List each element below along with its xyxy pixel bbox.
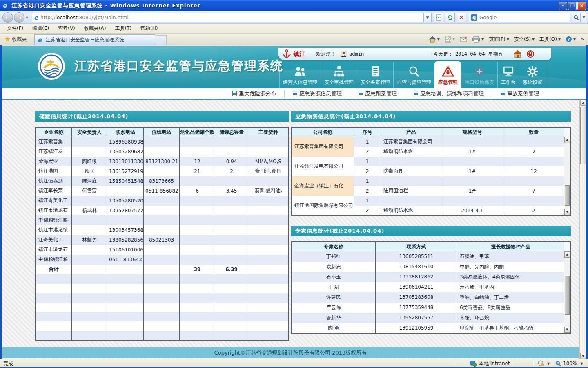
scroll-thumb[interactable] bbox=[565, 185, 570, 206]
product-cell bbox=[381, 176, 441, 186]
scroll-up-button[interactable]: ▲ bbox=[580, 100, 586, 106]
cell bbox=[248, 196, 289, 206]
cell bbox=[248, 321, 289, 331]
nav-port-facility-security[interactable]: 港口设施保安 bbox=[461, 62, 497, 88]
specialty-cell: 石脑油、甲苯 bbox=[457, 251, 564, 262]
close-button[interactable]: × bbox=[577, 2, 586, 10]
subnav-emergency-plans[interactable]: 应急预案管理 bbox=[350, 90, 405, 97]
safety-menu[interactable]: 安全(S)▼ bbox=[512, 35, 536, 44]
subnav-emergency-resources[interactable]: 应急资源信息管理 bbox=[284, 90, 350, 97]
tank-row: 江奇美化工林坚勇1380528285685021303 bbox=[36, 235, 289, 245]
qty-cell bbox=[503, 157, 564, 166]
cell bbox=[107, 303, 144, 312]
protected-mode-button[interactable]: ▼ bbox=[537, 359, 550, 368]
cell bbox=[144, 255, 180, 265]
home-portal-icon[interactable] bbox=[513, 50, 522, 58]
tank-row: 镇江港国顾弘13615272919212食用油,食用 bbox=[36, 166, 289, 176]
stop-button[interactable]: × bbox=[457, 13, 466, 22]
nav-self-inspection[interactable]: 自查与督查管理 bbox=[393, 62, 434, 88]
nav-safety-approval[interactable]: 安全审批管理 bbox=[321, 62, 357, 88]
help-button[interactable]: ? ▼ bbox=[564, 35, 577, 43]
menu-view[interactable]: 查看(V) bbox=[53, 24, 80, 33]
zoom-control[interactable]: 100% ▼ bbox=[555, 359, 583, 368]
users-icon bbox=[294, 66, 306, 77]
print-dropdown[interactable]: ▼ bbox=[481, 38, 484, 41]
address-toolbar: ← → ▼ e http://localhost:8080/yjpt/Main.… bbox=[0, 11, 588, 24]
menu-favorites[interactable]: 收藏夹(A) bbox=[80, 24, 111, 33]
home-button[interactable]: ▼ bbox=[427, 35, 441, 43]
page-menu[interactable]: 页面(P)▼ bbox=[487, 35, 511, 44]
help-dropdown[interactable]: ▼ bbox=[573, 38, 576, 41]
menu-help[interactable]: 帮助(H) bbox=[136, 24, 162, 33]
col-header: 专家名称 bbox=[292, 242, 376, 251]
subnav-training-drills[interactable]: 应急培训、演练和演习管理 bbox=[405, 90, 492, 97]
recent-pages-dropdown[interactable]: ▼ bbox=[26, 16, 28, 20]
cell bbox=[215, 303, 248, 312]
nav-safety-record[interactable]: 安全备案管理 bbox=[357, 62, 393, 88]
svg-text:?: ? bbox=[568, 37, 570, 42]
supplies-table-body: 江苏索普集团有限公司1江苏索普集团有限公司2移动消防水炮1#2江苏镇江发电有限公… bbox=[292, 137, 570, 215]
supplies-scrollbar[interactable]: ▲ ▼ bbox=[564, 137, 570, 215]
scroll-thumb[interactable] bbox=[580, 107, 586, 164]
col-header: 数量 bbox=[503, 128, 564, 137]
experts-scrollbar[interactable]: ▲ ▼ bbox=[564, 251, 570, 333]
menu-tools[interactable]: 工具(T) bbox=[110, 24, 136, 33]
mail-button[interactable] bbox=[458, 36, 469, 43]
feeds-button[interactable]: ▼ bbox=[443, 35, 457, 43]
scroll-up-button[interactable]: ▲ bbox=[564, 137, 570, 143]
scroll-thumb[interactable] bbox=[565, 276, 570, 315]
compatibility-view-button[interactable] bbox=[434, 13, 443, 22]
scroll-down-button[interactable]: ▼ bbox=[564, 209, 570, 215]
cell bbox=[248, 235, 289, 245]
home-dropdown[interactable]: ▼ bbox=[437, 38, 440, 41]
company-name-cell: 镇江港国际集装箱有限公司 bbox=[292, 196, 354, 215]
doc-icon bbox=[232, 91, 237, 96]
search-button[interactable] bbox=[572, 13, 581, 22]
search-box[interactable]: g bbox=[469, 13, 570, 22]
scroll-down-button[interactable]: ▼ bbox=[580, 353, 586, 359]
favorites-button[interactable]: ★ 收藏夹 bbox=[2, 35, 29, 44]
address-dropdown[interactable]: ▼ bbox=[423, 13, 432, 22]
cell bbox=[144, 331, 180, 340]
refresh-button[interactable] bbox=[445, 13, 455, 22]
scroll-up-button[interactable]: ▲ bbox=[564, 251, 570, 258]
nav-emergency-management[interactable]: 应急管理 bbox=[434, 61, 461, 88]
feeds-dropdown[interactable]: ▼ bbox=[452, 38, 455, 41]
ie-logo-icon: e bbox=[2, 2, 9, 9]
page-scrollbar[interactable]: ▲ ▼ bbox=[579, 100, 586, 359]
tools-menu[interactable]: 工具(O)▼ bbox=[538, 35, 562, 44]
scroll-down-button[interactable]: ▼ bbox=[564, 327, 570, 333]
new-tab-button[interactable] bbox=[156, 35, 167, 45]
menu-file[interactable]: 文件(F) bbox=[2, 24, 28, 33]
experts-title: 专家信息统计(截止2014.04.04) bbox=[291, 226, 571, 236]
subnav-accident-cases[interactable]: 事故案例管理 bbox=[492, 90, 547, 97]
cell: 陈炳庭 bbox=[72, 176, 107, 186]
address-input[interactable]: e http://localhost:8080/yjpt/Main.html bbox=[32, 13, 423, 22]
product-cell: 移动消防水炮 bbox=[381, 147, 441, 157]
nav-operator-info[interactable]: 经营人信息管理 bbox=[279, 62, 321, 88]
nav-system-settings[interactable]: 系统设置 bbox=[519, 62, 546, 88]
expert-row: 丁邦红13605285511石脑油、甲苯 bbox=[292, 251, 570, 262]
search-input[interactable] bbox=[479, 15, 561, 20]
nav-workbench[interactable]: 工作台 bbox=[497, 62, 519, 88]
cell: 食用油,食用 bbox=[248, 166, 289, 176]
menu-edit[interactable]: 编辑(E) bbox=[28, 24, 53, 33]
city-label: 镇江 bbox=[293, 50, 305, 58]
cell: 13013011330 bbox=[107, 157, 144, 166]
cell bbox=[144, 225, 180, 235]
back-button[interactable]: ← bbox=[2, 12, 13, 23]
forward-button[interactable]: → bbox=[14, 12, 24, 23]
logout-power-icon[interactable] bbox=[526, 50, 535, 58]
seq-cell: 1 bbox=[354, 176, 381, 186]
restore-button[interactable]: ❐ bbox=[568, 2, 577, 10]
print-button[interactable]: ▼ bbox=[470, 35, 486, 43]
search-options-dropdown[interactable]: ▼ bbox=[581, 13, 586, 22]
tab-active[interactable]: e 江苏省港口安全监管与应急管理系统 bbox=[34, 34, 155, 45]
cell bbox=[144, 265, 180, 274]
minimize-button[interactable]: – bbox=[559, 2, 567, 10]
page-icon: e bbox=[34, 14, 40, 21]
subnav-hazard-distribution[interactable]: 重大危险源分布 bbox=[224, 90, 284, 97]
cell bbox=[144, 166, 180, 176]
cell: 15850451548 bbox=[107, 176, 144, 186]
more-commands-chevron[interactable]: » bbox=[579, 36, 586, 43]
